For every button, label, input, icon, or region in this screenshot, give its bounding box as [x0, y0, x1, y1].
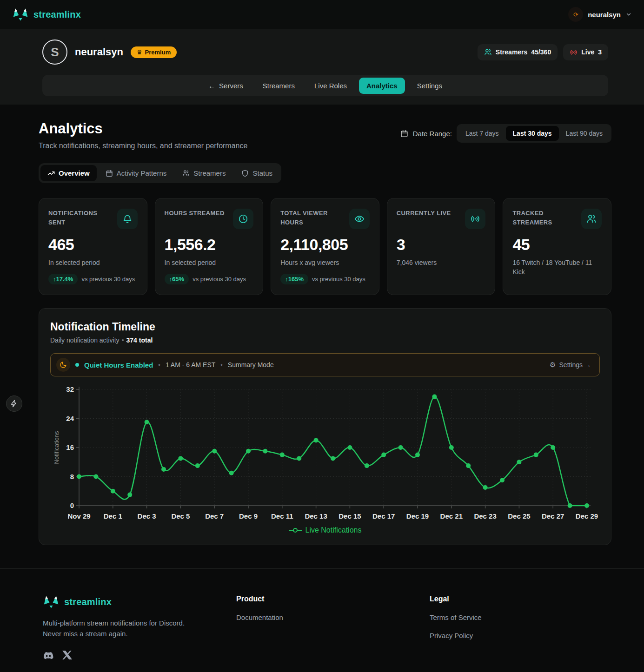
legend-label: Live Notifications — [305, 526, 362, 534]
stat-value: 1,556.2 — [165, 236, 254, 254]
user-avatar-glyph: ⟳ — [573, 11, 578, 18]
bell-icon — [117, 209, 138, 229]
footer-legal-heading: Legal — [430, 595, 623, 603]
top-navbar: streamlinx ⟳ neuralsyn — [0, 0, 644, 29]
live-badge-label: Live — [581, 48, 594, 56]
svg-text:Dec 21: Dec 21 — [440, 512, 463, 520]
footer-link-terms[interactable]: Terms of Service — [430, 613, 623, 621]
user-menu[interactable]: ⟳ neuralsyn — [568, 7, 632, 22]
stat-sub: In selected period — [165, 258, 254, 267]
svg-text:Dec 15: Dec 15 — [339, 512, 361, 520]
calendar-icon — [400, 130, 408, 138]
stat-label: NOTIFICATIONS SENT — [48, 209, 109, 227]
svg-text:0: 0 — [70, 501, 74, 509]
back-arrow-icon: ← — [208, 82, 215, 90]
live-badge-count: 3 — [598, 48, 602, 56]
range-last-7-days[interactable]: Last 7 days — [458, 126, 506, 141]
quiet-hours-range: 1 AM - 6 AM EST — [166, 361, 215, 369]
lightning-quick-action-button[interactable] — [6, 395, 22, 412]
broadcast-icon — [465, 209, 485, 229]
page-title: Analytics — [39, 120, 247, 137]
footer-legal-column: Legal Terms of Service Privacy Policy — [430, 595, 623, 661]
view-tabs: Overview Activity Patterns Streamers Sta… — [39, 163, 281, 183]
footer-brand-name: streamlinx — [64, 597, 112, 607]
delta-note: vs previous 30 days — [81, 276, 135, 283]
page-subtitle: Track notifications, streaming hours, an… — [39, 142, 247, 150]
svg-text:24: 24 — [66, 415, 74, 422]
svg-text:Dec 7: Dec 7 — [205, 512, 224, 520]
x-twitter-icon[interactable] — [62, 650, 72, 661]
date-range-control: Last 7 days Last 30 days Last 90 days — [457, 124, 611, 143]
delta-note: vs previous 30 days — [193, 276, 246, 283]
timeline-subtitle: Daily notification activity•374 total — [50, 336, 600, 344]
svg-text:Dec 3: Dec 3 — [138, 512, 156, 520]
svg-text:Dec 25: Dec 25 — [508, 512, 530, 520]
svg-text:Dec 27: Dec 27 — [542, 512, 564, 520]
range-last-30-days[interactable]: Last 30 days — [506, 126, 559, 141]
svg-text:Dec 23: Dec 23 — [474, 512, 496, 520]
nav-settings[interactable]: Settings — [410, 78, 450, 94]
nav-live-roles[interactable]: Live Roles — [307, 78, 354, 94]
server-avatar-letter: S — [51, 45, 59, 59]
svg-text:Dec 13: Dec 13 — [305, 512, 327, 520]
clock-icon — [233, 209, 253, 229]
timeline-total: 374 total — [126, 336, 153, 344]
discord-icon[interactable] — [43, 650, 54, 661]
lightning-icon — [10, 400, 18, 408]
svg-text:Dec 11: Dec 11 — [271, 512, 293, 520]
date-range-label: Date Range: — [413, 130, 452, 138]
brand-link[interactable]: streamlinx — [12, 7, 81, 21]
legend-marker-icon — [289, 527, 302, 533]
svg-text:Dec 19: Dec 19 — [406, 512, 429, 520]
footer-description: Multi-platform stream notifications for … — [43, 618, 196, 639]
live-count-badge: Live 3 — [563, 44, 608, 60]
tab-activity-patterns[interactable]: Activity Patterns — [99, 165, 174, 181]
range-last-90-days[interactable]: Last 90 days — [559, 126, 610, 141]
stat-label: CURRENTLY LIVE — [397, 209, 451, 218]
svg-text:Dec 17: Dec 17 — [372, 512, 395, 520]
stat-value: 465 — [48, 236, 138, 254]
gear-icon: ⚙ — [550, 361, 556, 369]
users-icon — [182, 170, 190, 177]
stat-sub: Hours x avg viewers — [280, 258, 370, 267]
stat-sub: In selected period — [48, 258, 138, 267]
svg-text:Dec 29: Dec 29 — [576, 512, 598, 520]
stat-card-currently-live: CURRENTLY LIVE 3 7,046 viewers — [387, 198, 496, 295]
user-avatar: ⟳ — [568, 7, 583, 22]
footer-product-heading: Product — [236, 595, 430, 603]
nav-streamers[interactable]: Streamers — [255, 78, 302, 94]
delta-badge: ↑165% — [280, 274, 308, 284]
tab-status[interactable]: Status — [234, 165, 279, 181]
server-header: S neuralsyn ♛ Premium Streamers 45/360 L… — [0, 29, 644, 105]
chart-legend: Live Notifications — [50, 526, 600, 534]
streamers-count-badge: Streamers 45/360 — [478, 44, 558, 60]
delta-note: vs previous 30 days — [312, 276, 365, 283]
footer-link-documentation[interactable]: Documentation — [236, 613, 430, 621]
shield-icon — [241, 170, 249, 177]
user-name: neuralsyn — [588, 11, 621, 19]
separator-dot: • — [158, 362, 160, 369]
server-avatar: S — [42, 40, 67, 65]
brand-name: streamlinx — [33, 9, 81, 20]
tab-overview[interactable]: Overview — [40, 165, 97, 181]
stat-sub: 7,046 viewers — [397, 258, 486, 267]
server-name: neuralsyn — [75, 46, 123, 58]
calendar-icon — [106, 170, 113, 177]
date-range: Date Range: Last 7 days Last 30 days Las… — [400, 124, 611, 143]
broadcast-icon — [570, 48, 578, 56]
delta-badge: ↑17.4% — [48, 274, 78, 284]
nav-analytics[interactable]: Analytics — [359, 78, 405, 94]
stat-label: HOURS STREAMED — [165, 209, 225, 218]
tab-streamers[interactable]: Streamers — [175, 165, 232, 181]
footer-link-privacy[interactable]: Privacy Policy — [430, 632, 623, 639]
quiet-hours-settings-link[interactable]: ⚙ Settings → — [550, 361, 591, 369]
stat-card-notifications-sent: NOTIFICATIONS SENT 465 In selected perio… — [39, 198, 147, 295]
nav-servers[interactable]: ← Servers — [201, 78, 251, 94]
streamers-badge-count: 45/360 — [531, 48, 551, 56]
stat-card-total-viewer-hours: TOTAL VIEWER HOURS 2,110,805 Hours x avg… — [271, 198, 379, 295]
streamers-badge-label: Streamers — [496, 48, 528, 56]
svg-text:32: 32 — [66, 385, 74, 393]
server-nav: ← Servers Streamers Live Roles Analytics… — [42, 75, 608, 96]
premium-badge: ♛ Premium — [131, 46, 177, 58]
separator-dot: • — [220, 362, 223, 369]
